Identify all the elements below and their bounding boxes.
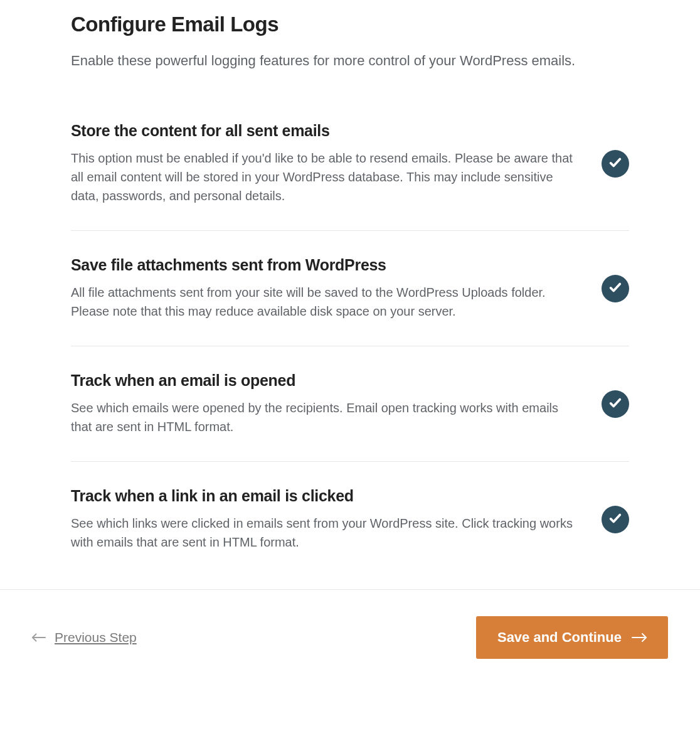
option-text: Track when a link in an email is clicked… [71, 487, 576, 552]
page-subtitle: Enable these powerful logging features f… [71, 50, 629, 72]
toggle-track-clicked[interactable] [602, 506, 629, 533]
option-text: Track when an email is opened See which … [71, 371, 576, 436]
option-title: Save file attachments sent from WordPres… [71, 256, 576, 274]
option-description: This option must be enabled if you'd lik… [71, 149, 576, 205]
footer-bar: Previous Step Save and Continue [0, 589, 700, 685]
option-description: See which links were clicked in emails s… [71, 514, 576, 552]
previous-step-link[interactable]: Previous Step [32, 630, 137, 645]
check-icon [608, 280, 622, 297]
save-continue-button[interactable]: Save and Continue [476, 616, 668, 659]
option-track-clicked: Track when a link in an email is clicked… [71, 487, 629, 552]
option-title: Store the content for all sent emails [71, 122, 576, 140]
option-description: See which emails were opened by the reci… [71, 398, 576, 436]
toggle-save-attachments[interactable] [602, 275, 629, 302]
option-text: Save file attachments sent from WordPres… [71, 256, 576, 321]
option-title: Track when an email is opened [71, 371, 576, 390]
option-save-attachments: Save file attachments sent from WordPres… [71, 256, 629, 346]
page-title: Configure Email Logs [71, 13, 629, 36]
option-track-opened: Track when an email is opened See which … [71, 371, 629, 462]
settings-content: Configure Email Logs Enable these powerf… [0, 0, 700, 589]
toggle-store-content[interactable] [602, 150, 629, 178]
option-title: Track when a link in an email is clicked [71, 487, 576, 505]
check-icon [608, 396, 622, 412]
previous-step-label: Previous Step [55, 630, 137, 645]
option-description: All file attachments sent from your site… [71, 283, 576, 321]
check-icon [608, 156, 622, 172]
check-icon [608, 511, 622, 528]
arrow-left-icon [32, 630, 46, 645]
save-continue-label: Save and Continue [497, 629, 622, 646]
option-text: Store the content for all sent emails Th… [71, 122, 576, 205]
option-store-content: Store the content for all sent emails Th… [71, 122, 629, 231]
toggle-track-opened[interactable] [602, 390, 629, 418]
arrow-right-icon [632, 629, 647, 646]
